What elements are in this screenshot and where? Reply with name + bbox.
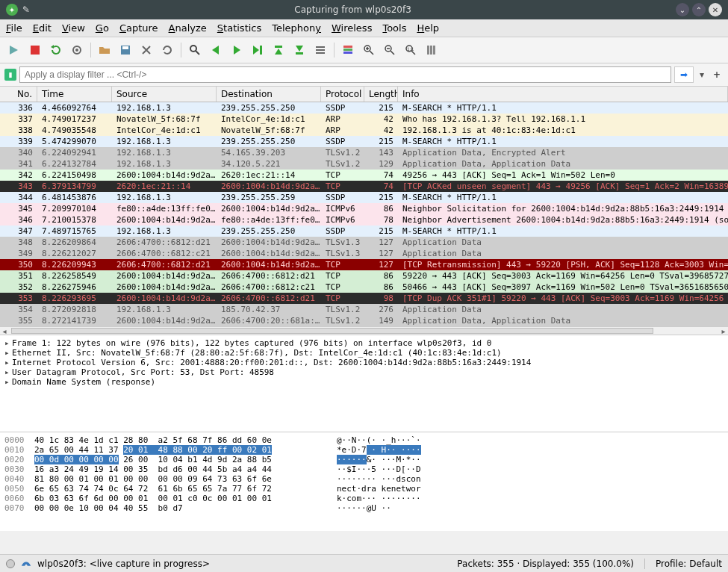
svg-point-5 — [190, 46, 196, 52]
filter-dropdown-icon[interactable]: ▾ — [697, 69, 707, 80]
packet-row[interactable]: 3528.2262759462600:1004:b14d:9d2a…2606:4… — [0, 282, 728, 293]
packet-details-pane[interactable]: ▸Frame 1: 122 bytes on wire (976 bits), … — [0, 335, 728, 432]
svg-rect-0 — [31, 46, 40, 55]
expert-info-icon[interactable] — [6, 559, 15, 568]
goto-first-button[interactable] — [269, 40, 288, 60]
packet-row[interactable]: 3548.272092818192.168.1.3185.70.42.37TLS… — [0, 304, 728, 315]
col-info[interactable]: Info — [398, 87, 728, 102]
status-profile[interactable]: Profile: Default — [656, 559, 722, 569]
hex-row[interactable]: 004081 80 00 01 00 01 00 00 00 00 09 64 … — [4, 474, 724, 484]
resize-columns-button[interactable] — [422, 40, 441, 60]
packet-row[interactable]: 3446.481453876192.168.1.3239.255.255.259… — [0, 192, 728, 203]
packet-row[interactable]: 3457.209970104fe80::a4de:13ff:fe0…2600:1… — [0, 203, 728, 214]
packet-list-body[interactable]: 3364.466092764192.168.1.3239.255.255.250… — [0, 102, 728, 326]
packet-row[interactable]: 3558.2721417392600:1004:b14d:9d2a…2606:4… — [0, 315, 728, 326]
statusbar: wlp0s20f3: <live capture in progress> Pa… — [0, 554, 728, 572]
filter-bookmark-icon[interactable]: ▮ — [4, 69, 16, 81]
menubar: File Edit View Go Capture Analyze Statis… — [0, 19, 728, 37]
packet-row[interactable]: 3384.749035548IntelCor_4e:1d:c1NovatelW_… — [0, 125, 728, 136]
status-packet-count: Packets: 355 · Displayed: 355 (100.0%) — [457, 559, 634, 569]
menu-file[interactable]: File — [6, 22, 22, 34]
hex-row[interactable]: 00606b 03 63 6f 6d 00 00 01 00 01 c0 0c … — [4, 494, 724, 503]
packet-row[interactable]: 3488.2262098642606:4700::6812:d212600:10… — [0, 237, 728, 248]
packet-list-pane: No. Time Source Destination Protocol Len… — [0, 87, 728, 326]
menu-analyze[interactable]: Analyze — [169, 22, 207, 34]
packet-row[interactable]: 3518.2262585492600:1004:b14d:9d2a…2606:4… — [0, 270, 728, 282]
hex-row[interactable]: 002000 0d 00 00 00 00 26 00 10 04 b1 4d … — [4, 455, 724, 464]
maximize-button[interactable]: ⌃ — [692, 3, 706, 16]
display-filter-input[interactable] — [19, 66, 671, 83]
col-time[interactable]: Time — [37, 87, 112, 102]
hex-row[interactable]: 000040 1c 83 4e 1d c1 28 80 a2 5f 68 7f … — [4, 435, 724, 445]
packet-row[interactable]: 3436.3791347992620:1ec:21::142600:1004:b… — [0, 181, 728, 192]
colorize-button[interactable] — [338, 40, 358, 60]
packet-row[interactable]: 3395.474299070192.168.1.3239.255.255.250… — [0, 136, 728, 147]
udp-line[interactable]: User Datagram Protocol, Src Port: 53, Ds… — [12, 367, 274, 377]
menu-help[interactable]: Help — [417, 22, 439, 34]
filter-apply-button[interactable]: ➡ — [674, 66, 694, 83]
menu-wireless[interactable]: Wireless — [332, 22, 372, 34]
col-destination[interactable]: Destination — [217, 87, 321, 102]
capture-options-button[interactable] — [67, 40, 87, 60]
packet-list-hscroll[interactable]: ◂▸ — [0, 326, 728, 335]
menu-capture[interactable]: Capture — [119, 22, 158, 34]
menu-go[interactable]: Go — [96, 22, 109, 34]
packet-row[interactable]: 3426.2241504982600:1004:b14d:9d2a…2620:1… — [0, 170, 728, 181]
close-file-button[interactable] — [137, 40, 156, 60]
hex-row[interactable]: 00102a 65 00 44 11 37 20 01 48 88 00 20 … — [4, 445, 724, 455]
autoscroll-button[interactable] — [311, 40, 330, 60]
svg-rect-12 — [343, 46, 352, 48]
find-packet-button[interactable] — [185, 40, 205, 60]
goto-last-button[interactable] — [290, 40, 309, 60]
close-button[interactable]: ✕ — [709, 3, 722, 16]
svg-rect-8 — [296, 52, 303, 55]
minimize-button[interactable]: ⌄ — [676, 3, 689, 16]
packet-row[interactable]: 3406.224092941192.168.1.354.165.39.203TL… — [0, 147, 728, 158]
zoom-reset-button[interactable]: 1:1 — [401, 40, 420, 60]
packet-row[interactable]: 3498.2262120272606:4700::6812:c212600:10… — [0, 248, 728, 259]
col-length[interactable]: Length — [364, 87, 398, 102]
dns-line[interactable]: Domain Name System (response) — [12, 377, 155, 387]
col-source[interactable]: Source — [112, 87, 217, 102]
menu-edit[interactable]: Edit — [33, 22, 52, 34]
menu-tools[interactable]: Tools — [382, 22, 406, 34]
svg-rect-21 — [433, 46, 435, 55]
svg-rect-9 — [316, 46, 325, 48]
menu-statistics[interactable]: Statistics — [217, 22, 261, 34]
go-forward-button[interactable] — [227, 40, 246, 60]
col-no[interactable]: No. — [0, 87, 37, 102]
packet-row[interactable]: 3467.2100153782600:1004:b14d:9d2a…fe80::… — [0, 214, 728, 226]
start-capture-button[interactable] — [4, 40, 24, 60]
window-titlebar: ✦ ✎ Capturing from wlp0s20f3 ⌄ ⌃ ✕ — [0, 0, 728, 19]
packet-row[interactable]: 3416.224132784192.168.1.334.120.5.221TLS… — [0, 158, 728, 170]
app-icon: ✦ — [6, 4, 18, 16]
go-back-button[interactable] — [206, 40, 225, 60]
goto-packet-button[interactable] — [248, 40, 267, 60]
packet-row[interactable]: 3477.489715765192.168.1.3239.255.255.250… — [0, 226, 728, 237]
ip-line[interactable]: Internet Protocol Version 6, Src: 2001:4… — [12, 358, 531, 367]
zoom-in-button[interactable] — [359, 40, 379, 60]
reload-button[interactable] — [158, 40, 177, 60]
frame-line[interactable]: Frame 1: 122 bytes on wire (976 bits), 1… — [12, 338, 491, 348]
svg-rect-13 — [343, 49, 352, 51]
save-file-button[interactable] — [116, 40, 135, 60]
eth-line[interactable]: Ethernet II, Src: NovatelW_5f:68:7f (28:… — [12, 348, 502, 358]
packet-row[interactable]: 3364.466092764192.168.1.3239.255.255.250… — [0, 102, 728, 114]
hex-row[interactable]: 003016 a3 24 49 19 14 00 35 bd d6 00 44 … — [4, 464, 724, 474]
col-protocol[interactable]: Protocol — [321, 87, 364, 102]
filter-add-button[interactable]: + — [710, 69, 724, 80]
svg-point-2 — [75, 49, 78, 52]
stop-capture-button[interactable] — [25, 40, 45, 60]
zoom-out-button[interactable] — [380, 40, 399, 60]
hex-row[interactable]: 00506e 65 63 74 74 0c 64 72 61 6b 65 65 … — [4, 484, 724, 494]
menu-view[interactable]: View — [62, 22, 85, 34]
packet-row[interactable]: 3538.2262936952600:1004:b14d:9d2a…2606:4… — [0, 293, 728, 304]
packet-row[interactable]: 3374.749017237NovatelW_5f:68:7fIntelCor_… — [0, 114, 728, 125]
packet-bytes-pane[interactable]: 000040 1c 83 4e 1d c1 28 80 a2 5f 68 7f … — [0, 432, 728, 531]
menu-telephony[interactable]: Telephony — [272, 22, 321, 34]
hex-row[interactable]: 007000 00 0e 10 00 04 40 55 b0 d7······@… — [4, 503, 724, 513]
restart-capture-button[interactable] — [46, 40, 66, 60]
packet-row[interactable]: 3508.2262099432606:4700::6812:d212600:10… — [0, 259, 728, 270]
svg-rect-19 — [427, 46, 429, 55]
open-file-button[interactable] — [95, 40, 114, 60]
